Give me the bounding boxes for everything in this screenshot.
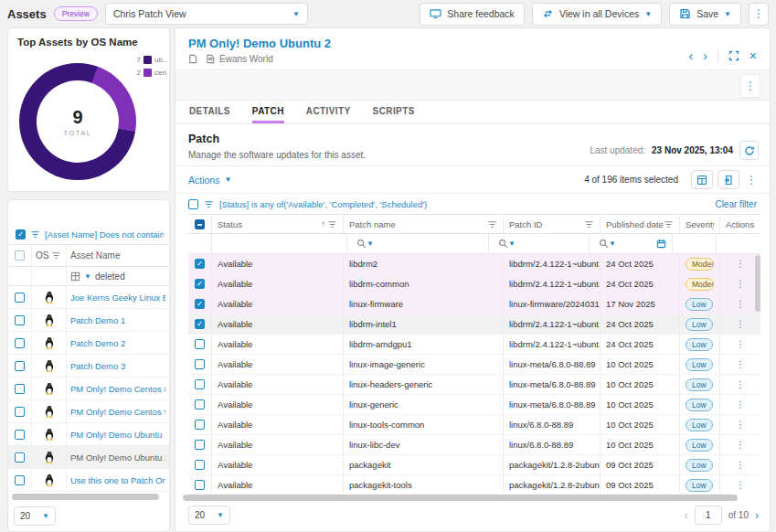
patch-table-row[interactable]: Available linux-image-generic linux-meta… (188, 355, 760, 375)
filter-icon[interactable] (584, 219, 594, 229)
row-checkbox[interactable] (15, 475, 25, 485)
status-column-header[interactable]: Status ↑ (212, 215, 344, 233)
legend-item[interactable]: 2 cen... (137, 69, 167, 77)
export-button[interactable] (718, 170, 739, 189)
previous-device-button[interactable]: ‹ (688, 51, 693, 60)
assets-horizontal-scrollbar[interactable] (12, 494, 165, 500)
asset-name-link[interactable]: Joe Kerns Geeky Linux Box (70, 293, 165, 303)
row-checkbox[interactable] (195, 299, 205, 309)
filter-icon[interactable] (664, 219, 674, 229)
filter-checkbox[interactable] (16, 229, 26, 239)
published-date-column-header[interactable]: Published date (601, 215, 680, 233)
current-page-input[interactable] (695, 505, 722, 525)
grid-match-icon[interactable] (70, 271, 80, 282)
asset-table-row[interactable]: Patch Demo 3 (8, 355, 169, 378)
detail-more-menu-button[interactable]: ⋮ (740, 74, 760, 98)
row-checkbox[interactable] (15, 430, 25, 440)
filter-icon[interactable] (204, 199, 214, 209)
asset-name-link[interactable]: Patch Demo 3 (70, 361, 125, 371)
asset-table-row[interactable]: PM Only! Demo Centos 8 (8, 378, 169, 400)
device-title-link[interactable]: PM Only! Demo Ubuntu 2 (188, 37, 759, 50)
row-actions-menu-button[interactable]: ⋮ (736, 259, 745, 269)
view-selector-dropdown[interactable]: Chris Patch View ▼ (105, 3, 308, 25)
patch-id-column-header[interactable]: Patch ID (504, 215, 601, 233)
row-checkbox[interactable] (195, 399, 205, 410)
assets-filter-text[interactable]: [Asset Name] Does not contain 'deleted' (45, 229, 164, 239)
row-checkbox[interactable] (15, 452, 25, 463)
next-device-button[interactable]: › (703, 51, 707, 60)
organization-name[interactable]: Ewans World (219, 54, 273, 64)
asset-name-link[interactable]: Patch Demo 1 (70, 315, 125, 325)
asset-name-link[interactable]: PM Only! Demo Centos 9 (70, 407, 165, 417)
patch-table-row[interactable]: Available linux-tools-common linux/6.8.0… (188, 415, 760, 435)
patch-table-row[interactable]: Available packagekit packagekit/1.2.8-2u… (188, 455, 760, 475)
asset-name-link[interactable]: PM Only! Demo Ubuntu 2 (70, 452, 165, 463)
filter-icon[interactable] (30, 229, 40, 239)
row-checkbox[interactable] (195, 339, 205, 349)
previous-page-button[interactable]: ‹ (685, 509, 688, 522)
row-actions-menu-button[interactable]: ⋮ (736, 279, 745, 289)
tab-patch[interactable]: PATCH (252, 106, 284, 123)
patch-table-row[interactable]: Available linux-libc-dev linux/6.8.0-88.… (188, 435, 760, 455)
column-settings-button[interactable] (691, 170, 713, 189)
select-all-checkbox[interactable] (15, 250, 25, 261)
view-in-all-devices-button[interactable]: View in all Devices ▼ (532, 3, 662, 26)
calendar-icon[interactable] (656, 239, 666, 249)
row-checkbox[interactable] (195, 319, 205, 329)
filter-icon[interactable] (327, 219, 337, 229)
actions-column-header[interactable]: Actions (720, 215, 760, 233)
row-checkbox[interactable] (195, 460, 205, 470)
asset-table-row[interactable]: Use this one to Patch On Dem (8, 469, 169, 492)
patch-page-size-dropdown[interactable]: 20 ▼ (188, 505, 230, 525)
os-column-header[interactable]: OS (32, 245, 67, 266)
asset-name-link[interactable]: PM Only! Demo Ubuntu 1 (70, 430, 165, 440)
actions-dropdown[interactable]: Actions ▼ (188, 175, 231, 186)
row-checkbox[interactable] (195, 480, 205, 490)
severity-column-header[interactable]: Severity (680, 215, 720, 233)
asset-name-link[interactable]: Use this one to Patch On Dem (70, 475, 165, 485)
row-actions-menu-button[interactable]: ⋮ (736, 480, 745, 490)
asset-name-column-header[interactable]: Asset Name (67, 245, 169, 266)
patch-table-row[interactable]: Available libdrm2 libdrm/2.4.122-1~ubunt… (188, 254, 760, 274)
asset-table-row[interactable]: Patch Demo 1 (8, 309, 169, 332)
row-checkbox[interactable] (195, 379, 205, 389)
tab-details[interactable]: DETAILS (189, 106, 230, 123)
row-actions-menu-button[interactable]: ⋮ (736, 359, 745, 369)
asset-name-search[interactable]: ▼ deleted (67, 267, 169, 285)
refresh-button[interactable] (739, 141, 759, 160)
patch-name-search[interactable]: ▼ (351, 234, 489, 253)
filter-icon[interactable] (51, 250, 61, 261)
row-actions-menu-button[interactable]: ⋮ (736, 379, 745, 389)
row-checkbox[interactable] (195, 259, 205, 269)
patch-name-column-header[interactable]: Patch name (344, 215, 504, 233)
asset-table-row[interactable]: PM Only! Demo Ubuntu 2 (8, 446, 169, 469)
row-actions-menu-button[interactable]: ⋮ (736, 420, 745, 430)
row-actions-menu-button[interactable]: ⋮ (736, 460, 745, 470)
asset-table-row[interactable]: PM Only! Demo Centos 9 (8, 400, 169, 423)
row-checkbox[interactable] (195, 440, 205, 450)
row-checkbox[interactable] (195, 279, 205, 289)
tab-scripts[interactable]: SCRIPTS (373, 106, 415, 123)
row-checkbox[interactable] (15, 315, 25, 325)
row-checkbox[interactable] (195, 420, 205, 430)
row-actions-menu-button[interactable]: ⋮ (736, 299, 745, 309)
assets-page-size-dropdown[interactable]: 20 ▼ (14, 506, 56, 526)
asset-table-row[interactable]: Patch Demo 2 (8, 332, 169, 355)
row-actions-menu-button[interactable]: ⋮ (736, 319, 745, 329)
row-checkbox[interactable] (15, 361, 25, 371)
asset-name-link[interactable]: Patch Demo 2 (70, 338, 125, 348)
expand-icon[interactable] (728, 50, 739, 61)
topbar-more-menu-button[interactable]: ⋮ (749, 3, 769, 26)
published-date-search[interactable]: ▼ (593, 234, 673, 253)
clear-filter-link[interactable]: Clear filter (715, 199, 757, 209)
asset-name-link[interactable]: PM Only! Demo Centos 8 (70, 384, 165, 394)
patch-horizontal-scrollbar[interactable] (183, 495, 755, 501)
tab-activity[interactable]: ACTIVITY (306, 106, 351, 123)
legend-item[interactable]: 7 ub... (137, 56, 167, 64)
share-feedback-button[interactable]: Share feedback (420, 3, 525, 26)
status-filter-text[interactable]: [Status] is any of('Available', 'Complet… (219, 199, 427, 209)
save-button[interactable]: Save ▼ (669, 3, 741, 26)
row-checkbox[interactable] (15, 293, 25, 303)
row-actions-menu-button[interactable]: ⋮ (736, 399, 745, 410)
patch-table-row[interactable]: Available linux-generic linux-meta/6.8.0… (188, 395, 760, 415)
